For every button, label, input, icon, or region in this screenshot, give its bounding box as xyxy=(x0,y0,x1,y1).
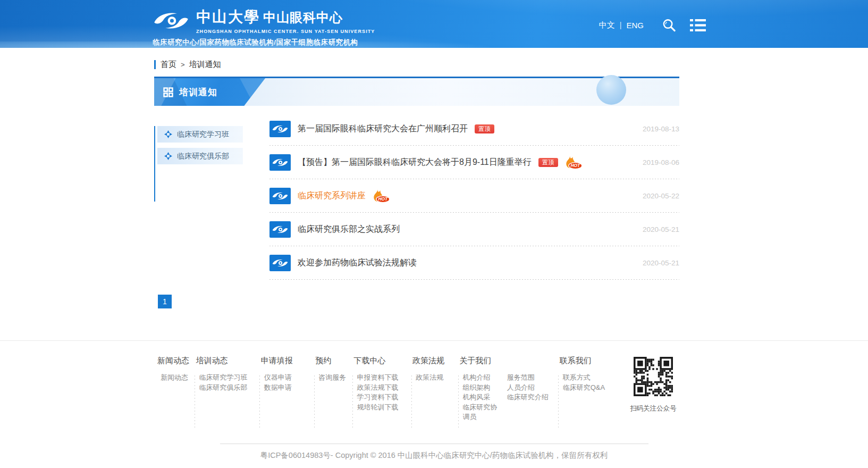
sidebar-item-1[interactable]: 临床研究学习班 xyxy=(157,126,243,143)
qr-code xyxy=(633,356,674,397)
footer-col-title[interactable]: 申请填报 xyxy=(261,356,310,366)
svg-text:HOT: HOT xyxy=(378,196,389,202)
footer-link[interactable]: 临床研究Q&A xyxy=(563,383,622,393)
footer-col-2: 培训动态临床研究学习班临床研究俱乐部 xyxy=(196,356,255,444)
page-title: 培训通知 xyxy=(179,86,217,98)
logo-university-name: 中山大學 xyxy=(196,7,260,27)
footer-col-title[interactable]: 新闻动态 xyxy=(157,356,190,366)
hot-flame-icon: HOT xyxy=(370,189,390,203)
news-eye-icon xyxy=(269,121,291,137)
footer-col-5: 下载中心申报资料下载政策法规下载学习资料下载规培轮训下载 xyxy=(354,356,407,444)
sidebar-item-2[interactable]: 临床研究俱乐部 xyxy=(157,148,243,164)
footer-link[interactable]: 申报资料下载 xyxy=(357,373,407,383)
footer-link[interactable]: 人员介绍 xyxy=(507,383,554,393)
page: 中山大學 中山眼科中心 ZHONGSHAN OPHTHALMIC CENTER.… xyxy=(0,0,868,468)
logo-english-name: ZHONGSHAN OPHTHALMIC CENTER. SUN YAT-SEN… xyxy=(196,29,375,34)
lang-switch-en[interactable]: ENG xyxy=(626,21,644,30)
footer-col-title[interactable]: 预约 xyxy=(315,356,348,366)
footer-link[interactable]: 咨询服务 xyxy=(318,373,348,383)
hot-flame-icon: HOT xyxy=(563,155,583,170)
footer-link[interactable]: 临床研究学习班 xyxy=(199,373,255,383)
qr-caption: 扫码关注公众号 xyxy=(628,404,679,413)
sidebar-item-label: 临床研究学习班 xyxy=(177,130,229,139)
footer-link[interactable]: 机构介绍 xyxy=(462,373,498,383)
footer-link[interactable]: 临床研究介绍 xyxy=(507,392,554,403)
sidebar-item-label: 临床研究俱乐部 xyxy=(177,152,229,161)
svg-text:HOT: HOT xyxy=(570,163,580,168)
news-eye-icon xyxy=(269,221,291,238)
footer-link[interactable]: 规培轮训下载 xyxy=(357,403,407,413)
news-date: 2019-08-13 xyxy=(643,125,679,133)
footer-link[interactable]: 临床研究协调员 xyxy=(462,403,498,422)
news-date: 2020-05-22 xyxy=(643,192,679,200)
footer-link[interactable]: 服务范围 xyxy=(507,373,554,383)
lang-switch-zh[interactable]: 中文 xyxy=(599,20,615,30)
news-title[interactable]: 第一届国际眼科临床研究大会在广州顺利召开 xyxy=(298,123,468,135)
pagination: 1 xyxy=(154,295,679,308)
footer-col-title[interactable]: 下载中心 xyxy=(354,356,407,366)
logo-center-name: 中山眼科中心 xyxy=(263,9,343,26)
footer-link[interactable]: 组织架构 xyxy=(462,383,498,393)
menu-icon[interactable] xyxy=(690,19,706,31)
news-date: 2020-05-21 xyxy=(643,259,679,267)
news-eye-icon xyxy=(269,154,291,171)
footer-link[interactable]: 联系方式 xyxy=(563,373,622,383)
news-item-2[interactable]: 【预告】第一届国际眼科临床研究大会将于8月9-11日隆重举行置顶HOT2019-… xyxy=(269,146,679,179)
cross-icon xyxy=(164,152,172,160)
footer-link[interactable]: 临床研究俱乐部 xyxy=(199,383,255,393)
footer-link[interactable]: 新闻动态 xyxy=(161,373,190,383)
news-item-1[interactable]: 第一届国际眼科临床研究大会在广州顺利召开置顶2019-08-13 xyxy=(269,112,679,146)
footer-col-title[interactable]: 政策法规 xyxy=(412,356,454,366)
pinned-badge: 置顶 xyxy=(475,124,494,134)
header-controls: 中文 | ENG xyxy=(599,0,706,48)
news-list: 第一届国际眼科临床研究大会在广州顺利召开置顶2019-08-13【预告】第一届国… xyxy=(269,112,679,280)
footer-link[interactable]: 政策法规 xyxy=(416,373,454,383)
site-header: 中山大學 中山眼科中心 ZHONGSHAN OPHTHALMIC CENTER.… xyxy=(0,0,868,48)
site-footer: 新闻动态新闻动态培训动态临床研究学习班临床研究俱乐部申请填报仪器申请数据申请预约… xyxy=(0,340,868,468)
pinned-badge: 置顶 xyxy=(538,158,558,168)
eye-logo-icon xyxy=(153,11,190,31)
news-item-4[interactable]: 临床研究俱乐部之实战系列2020-05-21 xyxy=(269,213,679,246)
footer-col-1: 新闻动态新闻动态 xyxy=(157,356,190,444)
news-date: 2020-05-21 xyxy=(643,225,679,233)
breadcrumb-home-link[interactable]: 首页 xyxy=(161,60,176,70)
news-date: 2019-08-06 xyxy=(643,158,679,166)
logo-subtitle: 临床研究中心/国家药物临床试验机构/国家干细胞临床研究机构 xyxy=(153,38,375,47)
cross-icon xyxy=(164,130,172,138)
footer-col-6: 政策法规政策法规 xyxy=(412,356,454,444)
decorative-circle xyxy=(596,75,626,105)
footer-col-4: 预约咨询服务 xyxy=(315,356,348,444)
lang-separator: | xyxy=(620,21,622,29)
search-icon[interactable] xyxy=(662,18,676,32)
sidebar-nav: 临床研究学习班临床研究俱乐部 xyxy=(154,126,243,202)
news-eye-icon xyxy=(269,188,291,204)
news-eye-icon xyxy=(269,255,291,271)
news-item-3[interactable]: 临床研究系列讲座HOT2020-05-22 xyxy=(269,179,679,213)
breadcrumb: 首页 > 培训通知 xyxy=(154,48,679,70)
footer-link[interactable]: 学习资料下载 xyxy=(357,392,407,403)
breadcrumb-separator: > xyxy=(181,61,185,69)
news-title[interactable]: 临床研究俱乐部之实战系列 xyxy=(298,224,400,235)
news-title[interactable]: 欢迎参加药物临床试验法规解读 xyxy=(298,257,417,269)
breadcrumb-accent-bar xyxy=(154,60,156,69)
footer-col-7: 关于我们机构介绍组织架构机构风采临床研究协调员服务范围人员介绍临床研究介绍 xyxy=(459,356,554,444)
page-banner: 培训通知 xyxy=(154,77,679,106)
news-title[interactable]: 【预告】第一届国际眼科临床研究大会将于8月9-11日隆重举行 xyxy=(298,157,532,168)
footer-col-3: 申请填报仪器申请数据申请 xyxy=(261,356,310,444)
site-logo[interactable]: 中山大學 中山眼科中心 ZHONGSHAN OPHTHALMIC CENTER.… xyxy=(153,0,375,48)
copyright-text: 粤ICP备06014983号- Copyright © 2016 中山眼科中心临… xyxy=(260,451,608,459)
footer-col-8: 联系我们联系方式临床研究Q&A xyxy=(560,356,622,444)
news-title[interactable]: 临床研究系列讲座 xyxy=(298,190,366,202)
qr-block: 扫码关注公众号 xyxy=(628,356,679,444)
footer-link[interactable]: 数据申请 xyxy=(264,383,310,393)
footer-col-title[interactable]: 关于我们 xyxy=(459,356,554,366)
footer-col-title[interactable]: 培训动态 xyxy=(196,356,255,366)
news-item-5[interactable]: 欢迎参加药物临床试验法规解读2020-05-21 xyxy=(269,246,679,280)
page-button-1[interactable]: 1 xyxy=(158,295,172,308)
footer-link[interactable]: 仪器申请 xyxy=(264,373,310,383)
footer-link[interactable]: 政策法规下载 xyxy=(357,383,407,393)
footer-col-title[interactable]: 联系我们 xyxy=(560,356,622,366)
footer-link[interactable]: 机构风采 xyxy=(462,392,498,403)
copyright-bar: 粤ICP备06014983号- Copyright © 2016 中山眼科中心临… xyxy=(0,444,868,468)
breadcrumb-current: 培训通知 xyxy=(189,60,221,70)
